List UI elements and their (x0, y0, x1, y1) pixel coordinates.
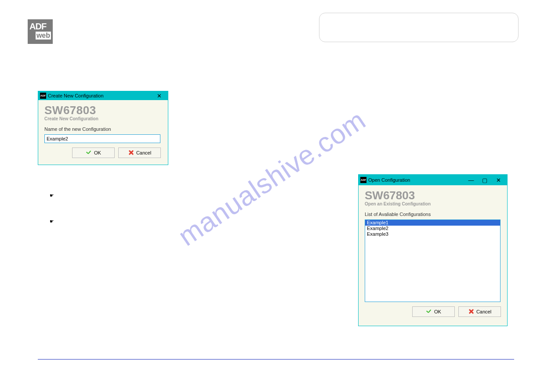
figure3-label: Figure 3: "Open Configuration" window (392, 330, 468, 335)
open-dialog-header: SW67803 (365, 189, 501, 202)
create-dialog-subheader: Create New Configuration (44, 116, 162, 121)
watermark: manualshive.com (173, 104, 371, 252)
configurations-listbox[interactable]: Example1 Example2 Example3 (365, 219, 501, 302)
ok-label: OK (94, 150, 101, 155)
minimize-icon[interactable]: — (465, 177, 477, 183)
cancel-button[interactable]: Cancel (118, 147, 161, 158)
ok-button[interactable]: OK (412, 306, 455, 317)
cancel-label: Cancel (136, 150, 151, 155)
list-item[interactable]: Example1 (365, 220, 500, 226)
footer-rule (38, 359, 514, 360)
logo: ADF web (28, 19, 53, 44)
open-config-dialog: ADF Open Configuration — ▢ ✕ SW67803 Ope… (358, 174, 508, 326)
figure2-label: Figure 2: "New Configuration" window (175, 159, 249, 164)
logo-web: web (36, 32, 51, 40)
create-dialog-title: Create New Configuration (48, 93, 104, 98)
app-icon: ADF (360, 177, 366, 183)
document-info-box: User Manual DALI / Modbus TCP Slave Docu… (319, 13, 519, 42)
ok-label: OK (434, 309, 441, 314)
create-dialog-header: SW67803 (44, 104, 162, 117)
open-dialog-subheader: Open an Existing Configuration (365, 201, 501, 206)
check-icon (86, 150, 92, 155)
list-item[interactable]: Example2 (365, 226, 500, 231)
section-heading: NEW CONFIGURATION / OPEN CONFIGURATION: (38, 66, 163, 72)
create-dialog-titlebar[interactable]: ADF Create New Configuration ✕ (38, 91, 168, 100)
open-dialog-title: Open Configuration (368, 177, 410, 183)
footer-left: ADFweb.com Srl – IT31010 – Mareno – Trev… (38, 363, 126, 368)
x-icon (468, 309, 474, 315)
create-config-dialog: ADF Create New Configuration ✕ SW67803 C… (38, 91, 168, 165)
ok-button[interactable]: OK (72, 147, 115, 158)
app-icon: ADF (40, 93, 46, 99)
check-icon (426, 309, 432, 314)
doc-info-line1: User Manual DALI / Modbus TCP Slave (326, 17, 512, 23)
footer-right-line: INFO: www.adfweb.com Phone +39.0438.30.9… (334, 363, 514, 368)
footer-right: INFO: www.adfweb.com Phone +39.0438.30.9… (334, 363, 514, 368)
create-name-label: Name of the new Configuration (44, 126, 162, 132)
x-icon (128, 150, 134, 156)
bullet-icon: ☛ (50, 219, 54, 224)
close-icon[interactable]: ✕ (153, 93, 165, 99)
open-dialog-titlebar[interactable]: ADF Open Configuration — ▢ ✕ (359, 175, 507, 185)
list-item[interactable]: Example3 (365, 231, 500, 237)
maximize-icon[interactable]: ▢ (479, 177, 491, 183)
create-name-input[interactable] (44, 134, 160, 143)
cancel-button[interactable]: Cancel (458, 306, 501, 317)
close-icon[interactable]: ✕ (492, 177, 504, 183)
bullet-icon: ☛ (50, 193, 54, 198)
cancel-label: Cancel (476, 309, 491, 314)
doc-info-line2: Document code: MN67803_ENG Revision 1.01… (326, 23, 512, 29)
footer-left-line1: ADFweb.com Srl – IT31010 – Mareno – Trev… (38, 363, 126, 368)
open-list-label: List of Avaliable Configurations (365, 212, 501, 217)
logo-adf: ADF (29, 22, 51, 31)
